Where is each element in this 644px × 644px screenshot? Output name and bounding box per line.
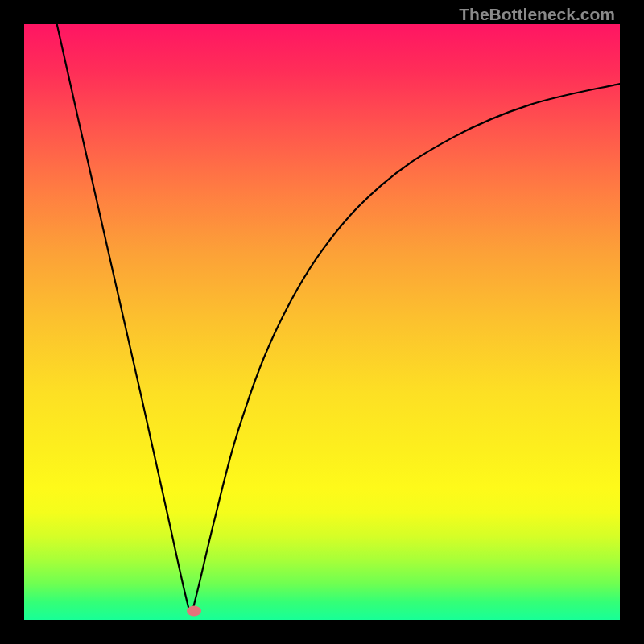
- plot-area: [24, 24, 620, 620]
- minimum-marker: [187, 605, 201, 616]
- watermark-text: TheBottleneck.com: [459, 5, 615, 24]
- chart-container: TheBottleneck.com: [0, 0, 644, 644]
- bottleneck-curve: [24, 24, 620, 620]
